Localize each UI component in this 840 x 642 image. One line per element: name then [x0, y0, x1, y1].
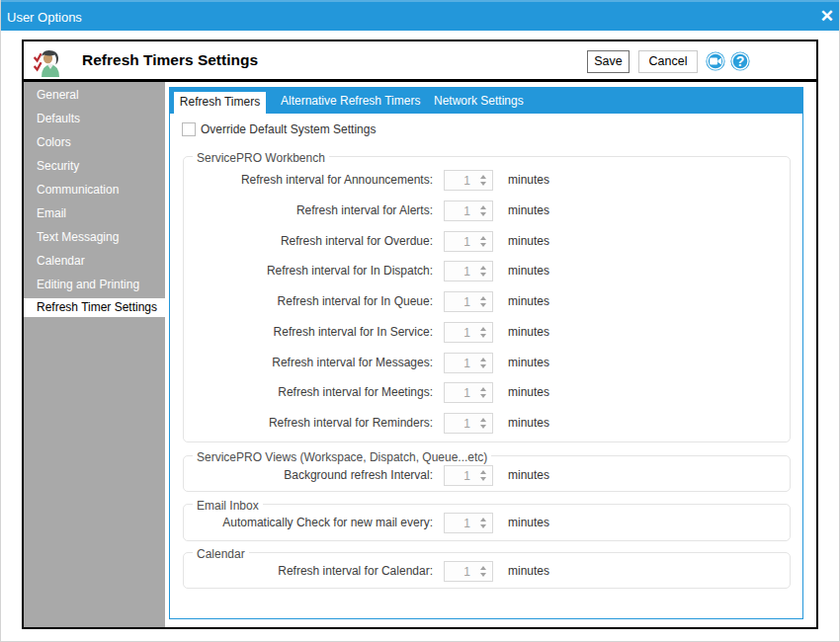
svg-text:?: ? [736, 53, 745, 69]
